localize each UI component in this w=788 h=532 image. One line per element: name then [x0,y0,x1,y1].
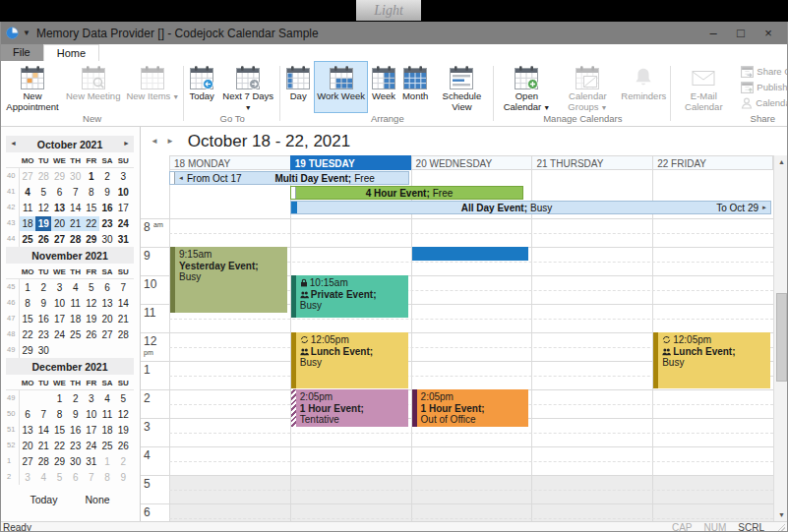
day-cell[interactable]: 7 [68,185,84,200]
all-day-event-multi-day-event[interactable]: ◄From Oct 17Multi Day Event;Free [169,171,409,185]
day-cell[interactable]: 2 [35,280,51,295]
day-cell[interactable]: 21 [68,216,84,231]
day-cell[interactable]: 5 [84,280,99,295]
day-cell[interactable]: 1 [84,169,99,184]
day-cell[interactable]: 12 [35,201,51,215]
day-cell[interactable]: 9 [99,185,115,200]
today-button[interactable]: Today [186,61,217,113]
day-cell[interactable]: 27 [20,169,35,184]
day-header-18-monday[interactable]: 18 MONDAY [169,155,290,170]
open-calendar-button[interactable]: Open Calendar ▼ [496,61,557,113]
day-cell[interactable]: 29 [20,343,35,358]
day-cell[interactable]: 15 [51,423,67,438]
day-column[interactable] [411,170,532,521]
day-cell[interactable]: 4 [35,470,51,485]
day-cell[interactable]: 29 [51,169,67,184]
day-cell[interactable]: 21 [115,312,131,326]
day-cell[interactable]: 28 [35,454,51,469]
day-cell[interactable]: 8 [20,296,35,311]
day-header-20-wednesday[interactable]: 20 WEDNESDAY [411,155,532,170]
event-1-hour-event-out-of-office[interactable]: 2:05pm1 Hour Event;Out of Office [412,389,529,427]
event-lunch-event-busy[interactable]: 12:05pmLunch Event;Busy [653,332,770,388]
day-cell[interactable]: 24 [84,439,99,453]
day-cell[interactable]: 27 [99,327,115,342]
day-cell[interactable]: 1 [51,391,67,406]
day-cell[interactable]: 16 [35,312,51,326]
day-cell[interactable]: 5 [115,391,131,406]
day-cell[interactable]: 2 [68,391,84,406]
day-cell[interactable]: 26 [35,232,51,247]
day-cell[interactable]: 11 [68,296,84,311]
day-header-22-friday[interactable]: 22 FRIDAY [652,155,773,170]
week-button[interactable]: Week [368,61,399,113]
day-cell[interactable]: 30 [68,169,84,184]
day-cell[interactable]: 31 [84,454,99,469]
close-button[interactable]: × [755,26,782,40]
day-cell[interactable]: 20 [99,312,115,326]
day-cell[interactable]: 12 [115,407,131,422]
all-day-event-4-hour-event[interactable]: 4 Hour Event;Free [290,186,523,200]
day-cell[interactable]: 9 [115,470,131,485]
day-cell[interactable]: 3 [84,391,99,406]
day-cell[interactable]: 5 [35,185,51,200]
day-cell[interactable]: 17 [115,201,131,215]
work-week-button[interactable]: Work Week [314,61,368,113]
day-cell[interactable]: 23 [35,327,51,342]
day-cell[interactable]: 14 [68,201,84,215]
calendar-permissions-button[interactable]: Calendar Permissions [737,95,788,110]
day-cell[interactable]: 14 [35,423,51,438]
mini-calendar-next-icon[interactable]: ► [123,140,130,147]
day-cell[interactable]: 4 [68,280,84,295]
calendar-prev-button[interactable]: ◄ [149,135,160,148]
day-cell[interactable]: 2 [115,454,131,469]
day-cell[interactable]: 31 [115,232,131,247]
day-cell[interactable]: 14 [115,296,131,311]
day-cell[interactable]: 20 [20,439,35,453]
day-cell[interactable]: 1 [20,280,35,295]
day-cell[interactable]: 10 [84,407,99,422]
day-cell[interactable]: 6 [20,407,35,422]
day-cell[interactable]: 13 [99,296,115,311]
maximize-button[interactable]: □ [727,26,755,40]
day-cell[interactable]: 29 [51,454,67,469]
event-private-event-busy[interactable]: 10:15amPrivate Event;Busy [291,275,408,318]
day-cell[interactable]: 8 [51,407,67,422]
day-cell[interactable]: 16 [99,201,115,215]
day-cell[interactable]: 28 [68,232,84,247]
day-cell[interactable]: 7 [84,470,99,485]
day-cell[interactable]: 18 [20,216,35,231]
day-cell[interactable]: 27 [20,454,35,469]
day-column[interactable] [531,170,652,521]
day-cell[interactable]: 10 [115,185,131,200]
month-button[interactable]: Month [399,61,431,113]
day-cell[interactable]: 24 [51,327,67,342]
day-cell[interactable]: 18 [68,312,84,326]
none-button[interactable]: None [85,494,109,505]
day-cell[interactable]: 19 [35,216,51,231]
day-cell[interactable]: 26 [84,327,99,342]
day-cell[interactable]: 13 [20,423,35,438]
day-cell[interactable]: 19 [84,312,99,326]
day-cell[interactable]: 30 [99,232,115,247]
day-cell[interactable]: 23 [99,216,115,231]
day-cell[interactable]: 15 [20,312,35,326]
tab-file[interactable]: File [0,44,43,61]
reminders-button[interactable]: Reminders [618,61,669,113]
day-cell[interactable]: 7 [35,407,51,422]
day-cell[interactable]: 15 [84,201,99,215]
day-header-19-tuesday[interactable]: 19 TUESDAY [290,155,411,170]
day-cell[interactable]: 28 [115,327,131,342]
day-cell[interactable]: 25 [68,327,84,342]
day-cell[interactable]: 17 [84,423,99,438]
day-cell[interactable]: 9 [68,407,84,422]
day-column[interactable] [169,170,290,521]
event-yesterday-event-busy[interactable]: 9:15amYesterday Event;Busy [170,247,287,313]
day-cell[interactable]: 6 [99,280,115,295]
day-cell[interactable]: 22 [51,439,67,453]
day-cell[interactable]: 25 [20,232,35,247]
day-cell[interactable]: 6 [68,470,84,485]
day-cell[interactable]: 1 [99,454,115,469]
day-cell[interactable]: 6 [51,185,67,200]
scrollbar-thumb[interactable] [776,293,787,382]
day-cell[interactable]: 22 [20,327,35,342]
